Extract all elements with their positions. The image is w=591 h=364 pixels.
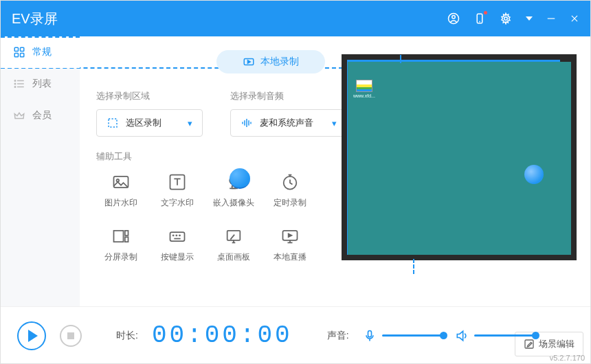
svg-rect-34 [125, 231, 129, 236]
area-select[interactable]: 选区录制 ▾ [96, 109, 203, 137]
svg-rect-35 [125, 237, 129, 242]
svg-point-37 [173, 235, 174, 236]
svg-point-4 [504, 17, 508, 21]
preview-screen: www.xfd... [347, 60, 571, 255]
svg-point-38 [176, 235, 177, 236]
svg-rect-36 [170, 232, 185, 241]
tool-label: 文字水印 [161, 197, 194, 209]
tool-label: 分屏录制 [104, 251, 137, 263]
tool-label: 定时录制 [274, 197, 306, 209]
tool-image-watermark[interactable]: 图片水印 [96, 172, 146, 209]
tool-label: 嵌入摄像头 [213, 197, 254, 209]
chevron-down-icon: ▾ [332, 118, 337, 128]
svg-marker-43 [289, 234, 292, 238]
camera-icon [224, 172, 243, 192]
play-icon [28, 330, 38, 342]
image-icon [111, 172, 131, 192]
svg-rect-45 [368, 330, 371, 337]
speaker-icon[interactable] [455, 329, 469, 343]
svg-rect-10 [14, 54, 18, 57]
tool-embed-camera[interactable]: 嵌入摄像头 [209, 172, 258, 209]
svg-rect-11 [21, 54, 24, 57]
play-button[interactable] [17, 321, 46, 350]
audio-label: 选择录制音频 [230, 90, 347, 102]
audio-select[interactable]: 麦和系统声音 ▾ [230, 109, 347, 137]
area-section: 选择录制区域 选区录制 ▾ [96, 90, 203, 137]
tool-label: 图片水印 [104, 197, 137, 209]
speaker-slider[interactable] [474, 334, 536, 337]
sidebar-item-label: 常规 [32, 46, 52, 58]
edit-icon [524, 339, 535, 350]
svg-rect-33 [114, 231, 124, 242]
preview-desktop-item: www.xfd... [353, 80, 375, 98]
dropdown-icon[interactable] [526, 16, 533, 21]
mic-slider[interactable] [382, 334, 444, 337]
tool-timed-record[interactable]: 定时录制 [265, 172, 315, 209]
header-icons [447, 12, 579, 25]
cursor-indicator [524, 165, 544, 184]
region-icon [107, 117, 119, 129]
sound-label: 声音: [327, 330, 349, 342]
timer-value: 00:00:00 [152, 321, 293, 350]
svg-point-1 [452, 16, 456, 19]
sound-controls [363, 329, 536, 343]
version-label: v5.2.7.170 [550, 354, 585, 362]
area-label: 选择录制区域 [96, 90, 203, 102]
tool-split-screen[interactable]: 分屏录制 [96, 227, 146, 263]
svg-rect-9 [21, 47, 24, 51]
scene-edit-label: 场景编辑 [539, 338, 575, 350]
timer-label: 时长: [116, 330, 138, 342]
split-icon [111, 227, 131, 246]
tool-label: 本地直播 [274, 251, 306, 263]
svg-point-15 [14, 80, 16, 82]
dashed-connector [413, 259, 414, 274]
svg-rect-8 [14, 47, 18, 51]
grid-icon [13, 46, 25, 58]
sidebar-item-label: 会员 [32, 109, 52, 122]
crown-icon [13, 109, 25, 122]
tool-label: 按键显示 [161, 251, 194, 263]
audio-section: 选择录制音频 麦和系统声音 ▾ [230, 90, 347, 137]
mic-icon[interactable] [363, 329, 377, 343]
preview-desktop-text: www.xfd... [353, 93, 375, 98]
sidebar: 常规 列表 会员 [1, 36, 80, 306]
audio-wave-icon [241, 117, 253, 129]
chevron-down-icon: ▾ [188, 118, 192, 128]
minimize-icon[interactable] [546, 12, 556, 25]
tool-label: 桌面画板 [217, 251, 250, 263]
svg-marker-19 [247, 60, 250, 64]
list-icon [13, 78, 25, 90]
svg-point-17 [14, 87, 16, 88]
sidebar-item-general[interactable]: 常规 [1, 36, 80, 68]
monitor-play-icon [280, 227, 300, 246]
keyboard-icon [168, 227, 187, 246]
sidebar-item-member[interactable]: 会员 [1, 100, 80, 131]
canvas-icon [224, 227, 243, 246]
device-icon[interactable] [473, 12, 486, 25]
text-icon [168, 172, 187, 192]
bottom-bar: 时长: 00:00:00 声音: [1, 306, 590, 364]
tab-label: 本地录制 [260, 56, 299, 68]
header: EV录屏 [1, 1, 590, 36]
stop-button[interactable] [60, 325, 82, 347]
sidebar-item-list[interactable]: 列表 [1, 68, 80, 100]
tool-text-watermark[interactable]: 文字水印 [153, 172, 202, 209]
tool-desktop-canvas[interactable]: 桌面画板 [209, 227, 258, 263]
settings-icon[interactable] [500, 12, 512, 25]
record-icon [243, 56, 255, 68]
tool-keypress-display[interactable]: 按键显示 [153, 227, 202, 263]
svg-point-39 [179, 235, 180, 236]
stop-icon [67, 332, 74, 339]
preview-panel: www.xfd... [342, 54, 577, 260]
tool-local-stream[interactable]: 本地直播 [265, 227, 315, 263]
sidebar-item-label: 列表 [32, 78, 52, 90]
app-title: EV录屏 [12, 10, 58, 28]
clock-icon [280, 172, 300, 192]
tab-local-record[interactable]: 本地录制 [216, 50, 325, 73]
audio-value: 麦和系统声音 [260, 117, 313, 129]
user-icon[interactable] [447, 12, 460, 25]
svg-point-16 [14, 83, 16, 84]
close-icon[interactable] [570, 12, 579, 25]
svg-rect-21 [109, 119, 117, 127]
area-value: 选区录制 [126, 117, 161, 129]
